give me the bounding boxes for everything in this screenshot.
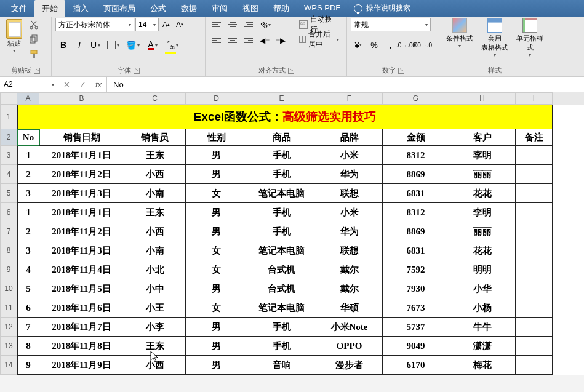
row-header[interactable]: 10 (0, 279, 17, 298)
cell[interactable]: 花花 (449, 184, 516, 203)
cell[interactable]: 女 (186, 184, 247, 203)
column-header[interactable]: A (17, 92, 39, 105)
cell[interactable]: 明明 (449, 260, 516, 279)
name-box[interactable]: A2 ▾ (0, 77, 58, 92)
cell[interactable] (516, 318, 553, 337)
column-header[interactable]: D (186, 92, 247, 105)
cell[interactable]: 小中 (124, 279, 186, 298)
row-header[interactable]: 3 (0, 146, 17, 165)
row-header[interactable]: 4 (0, 165, 17, 184)
cell[interactable]: 女 (186, 260, 247, 279)
cell[interactable]: 台式机 (247, 260, 316, 279)
cell[interactable]: 6831 (383, 184, 449, 203)
cell[interactable]: 8312 (383, 203, 449, 222)
conditional-format-button[interactable]: 条件格式 ▾ (443, 18, 476, 49)
currency-button[interactable]: ¥▾ (351, 38, 366, 52)
cell[interactable]: 小李 (124, 318, 186, 337)
menu-tab-7[interactable]: 视图 (235, 0, 266, 17)
cell[interactable]: 品牌 (316, 129, 383, 146)
format-painter-button[interactable] (27, 47, 41, 61)
row-header[interactable]: 9 (0, 260, 17, 279)
row-header[interactable]: 6 (0, 203, 17, 222)
cell[interactable]: 手机 (247, 337, 316, 356)
cell[interactable]: 小米Note (316, 318, 383, 337)
column-header[interactable]: H (449, 92, 516, 105)
cell[interactable]: 1 (17, 203, 39, 222)
cell[interactable]: 手机 (247, 203, 316, 222)
increase-decimal-button[interactable]: .0→.00 (399, 38, 414, 52)
cell[interactable]: 小南 (124, 184, 186, 203)
cell[interactable] (516, 146, 553, 165)
cell[interactable]: 销售日期 (39, 129, 124, 146)
accept-formula-button[interactable]: ✓ (74, 77, 90, 92)
cell[interactable]: 男 (186, 203, 247, 222)
cell[interactable]: 小米 (316, 203, 383, 222)
format-as-table-button[interactable]: 套用 表格格式 ▾ (478, 18, 511, 58)
cell[interactable] (516, 184, 553, 203)
cell[interactable]: 男 (186, 146, 247, 165)
column-header[interactable]: B (39, 92, 124, 105)
italic-button[interactable]: I (71, 38, 87, 52)
cell[interactable]: 丽丽 (449, 222, 516, 241)
cell[interactable]: 笔记本电脑 (247, 184, 316, 203)
decrease-indent-button[interactable]: ◀≡ (257, 34, 272, 47)
row-header[interactable]: 11 (0, 298, 17, 318)
cell[interactable]: 8869 (383, 165, 449, 184)
cell[interactable]: 2018年11月3日 (39, 184, 124, 203)
cell[interactable]: 7592 (383, 260, 449, 279)
cell[interactable]: 性别 (186, 129, 247, 146)
cell[interactable]: 小南 (124, 241, 186, 260)
merge-center-button[interactable]: 合并后居中 ▾ (295, 33, 343, 46)
cell[interactable]: 梅花 (449, 356, 516, 375)
font-name-select[interactable]: 方正小标宋简体 ▾ (55, 18, 134, 31)
cell[interactable]: 男 (186, 318, 247, 337)
cell[interactable]: 2018年11月9日 (39, 356, 124, 375)
cell[interactable]: 小西 (124, 356, 186, 375)
cell[interactable]: No (17, 129, 39, 146)
cell[interactable]: 潇潇 (449, 337, 516, 356)
cell[interactable]: 备注 (516, 129, 553, 146)
cell[interactable] (516, 356, 553, 375)
cell[interactable]: 2 (17, 165, 39, 184)
cell[interactable]: 联想 (316, 241, 383, 260)
cell[interactable]: 7930 (383, 279, 449, 298)
cell[interactable]: 2018年11月5日 (39, 279, 124, 298)
cell[interactable]: 女 (186, 298, 247, 318)
cell[interactable]: 戴尔 (316, 260, 383, 279)
cell[interactable]: 2018年11月1日 (39, 146, 124, 165)
increase-indent-button[interactable]: ≡▶ (273, 34, 288, 47)
select-all-corner[interactable] (0, 92, 17, 105)
cell[interactable]: 9049 (383, 337, 449, 356)
cell[interactable]: 小王 (124, 298, 186, 318)
row-header[interactable]: 13 (0, 337, 17, 356)
underline-button[interactable]: U▾ (87, 38, 103, 52)
fill-color-button[interactable]: 🪣▾ (123, 38, 143, 52)
formula-input[interactable]: No (107, 80, 584, 89)
highlight-button[interactable]: wén▾ (162, 38, 182, 52)
cell[interactable]: 6170 (383, 356, 449, 375)
cell[interactable]: 男 (186, 165, 247, 184)
cell[interactable] (516, 260, 553, 279)
menu-tab-0[interactable]: 文件 (4, 0, 34, 17)
cell[interactable]: 1 (17, 146, 39, 165)
align-top-button[interactable] (209, 18, 224, 31)
cell[interactable]: 小杨 (449, 298, 516, 318)
row-header[interactable]: 1 (0, 105, 17, 129)
cell[interactable]: 王东 (124, 337, 186, 356)
cell[interactable]: 6 (17, 298, 39, 318)
cell[interactable] (516, 298, 553, 318)
cell[interactable]: 手机 (247, 146, 316, 165)
percent-button[interactable]: % (367, 38, 382, 52)
cell[interactable]: 小米 (316, 146, 383, 165)
bold-button[interactable]: B (55, 38, 71, 52)
menu-tab-6[interactable]: 审阅 (204, 0, 235, 17)
cell[interactable]: 小北 (124, 260, 186, 279)
cell-styles-button[interactable]: 单元格样式 ▾ (514, 18, 546, 58)
cell[interactable]: 戴尔 (316, 279, 383, 298)
cell[interactable]: 4 (17, 260, 39, 279)
column-header[interactable]: F (316, 92, 383, 105)
cell[interactable] (516, 222, 553, 241)
number-launcher[interactable] (398, 68, 404, 74)
cell[interactable]: 2018年11月8日 (39, 337, 124, 356)
increase-font-button[interactable]: A▴ (160, 18, 172, 31)
